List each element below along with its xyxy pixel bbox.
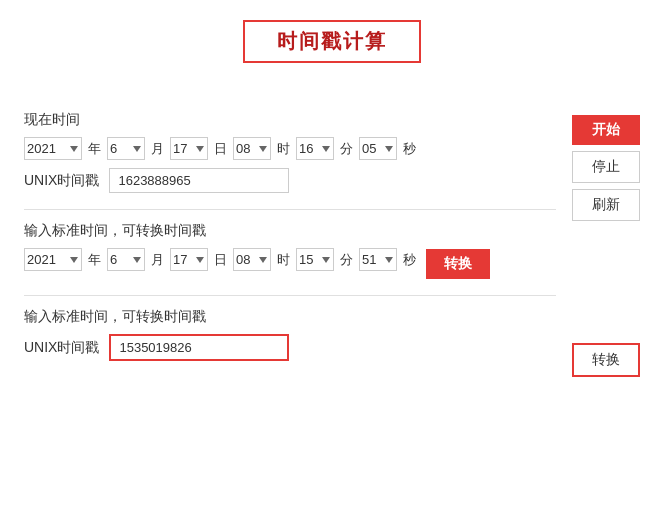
hour-unit-2: 时 xyxy=(277,251,290,269)
unix-label-1: UNIX时间戳 xyxy=(24,172,99,190)
current-day-select[interactable]: 17 1 xyxy=(170,137,208,160)
convert-button-2[interactable]: 转换 xyxy=(572,343,640,377)
convert-time-section: 输入标准时间，可转换时间戳 2021 年 6 月 17 xyxy=(24,222,556,279)
month-unit: 月 xyxy=(151,140,164,158)
convert-time-row: 2021 年 6 月 17 日 08 xyxy=(24,248,418,271)
convert-time-label: 输入标准时间，可转换时间戳 xyxy=(24,222,556,240)
stop-button[interactable]: 停止 xyxy=(572,151,640,183)
divider-2 xyxy=(24,295,556,296)
year-unit: 年 xyxy=(88,140,101,158)
convert-month-select[interactable]: 6 xyxy=(107,248,145,271)
minute-unit: 分 xyxy=(340,140,353,158)
current-time-section: 现在时间 2021 2020 2022 年 6 1 月 17 1 xyxy=(24,111,556,193)
current-time-row: 2021 2020 2022 年 6 1 月 17 1 日 xyxy=(24,137,556,160)
current-time-label: 现在时间 xyxy=(24,111,556,129)
second-unit: 秒 xyxy=(403,140,416,158)
right-buttons-panel: 开始 停止 刷新 转换 xyxy=(572,111,640,377)
current-minute-select[interactable]: 16 00 xyxy=(296,137,334,160)
current-second-select[interactable]: 05 00 xyxy=(359,137,397,160)
convert-minute-select[interactable]: 15 xyxy=(296,248,334,271)
convert-hour-select[interactable]: 08 xyxy=(233,248,271,271)
convert-time-row-wrapper: 2021 年 6 月 17 日 08 xyxy=(24,248,556,279)
convert-button-1[interactable]: 转换 xyxy=(426,249,490,279)
unix-value-1[interactable] xyxy=(109,168,289,193)
unix-input-row: UNIX时间戳 xyxy=(24,334,556,361)
current-month-select[interactable]: 6 1 xyxy=(107,137,145,160)
divider-1 xyxy=(24,209,556,210)
refresh-button[interactable]: 刷新 xyxy=(572,189,640,221)
month-unit-2: 月 xyxy=(151,251,164,269)
unix-display-row: UNIX时间戳 xyxy=(24,168,556,193)
hour-unit: 时 xyxy=(277,140,290,158)
unix-convert-section: 输入标准时间，可转换时间戳 UNIX时间戳 xyxy=(24,308,556,361)
day-unit: 日 xyxy=(214,140,227,158)
unix-input-field[interactable] xyxy=(109,334,289,361)
convert-second-select[interactable]: 51 xyxy=(359,248,397,271)
page-title: 时间戳计算 xyxy=(277,28,387,55)
minute-unit-2: 分 xyxy=(340,251,353,269)
convert-year-select[interactable]: 2021 xyxy=(24,248,82,271)
current-hour-select[interactable]: 08 00 xyxy=(233,137,271,160)
year-unit-2: 年 xyxy=(88,251,101,269)
unix-label-2: UNIX时间戳 xyxy=(24,339,99,357)
unix-convert-label: 输入标准时间，可转换时间戳 xyxy=(24,308,556,326)
second-unit-2: 秒 xyxy=(403,251,416,269)
start-button[interactable]: 开始 xyxy=(572,115,640,145)
page-title-box: 时间戳计算 xyxy=(243,20,421,63)
current-year-select[interactable]: 2021 2020 2022 xyxy=(24,137,82,160)
convert-day-select[interactable]: 17 xyxy=(170,248,208,271)
day-unit-2: 日 xyxy=(214,251,227,269)
